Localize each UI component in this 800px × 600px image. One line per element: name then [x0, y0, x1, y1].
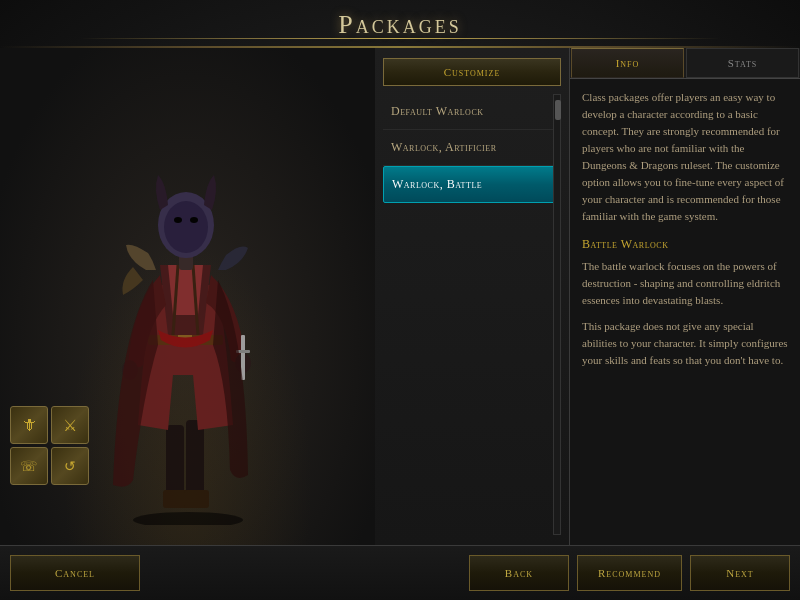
zoom-in-icon: ☏ [20, 458, 38, 475]
character-icon-bar: 🗡 ⚔ ☏ ↺ [10, 406, 100, 485]
page-title: Packages [338, 10, 461, 40]
svg-rect-4 [184, 490, 209, 508]
right-panel: Customize Default Warlock Warlock, Artif… [375, 48, 800, 545]
tab-stats[interactable]: Stats [686, 48, 799, 78]
portrait-area: 🗡 ⚔ ☏ ↺ [0, 48, 375, 545]
svg-point-17 [190, 217, 198, 223]
tab-bar: Info Stats [570, 48, 800, 79]
zoom-out-button[interactable]: ↺ [51, 447, 89, 485]
back-button[interactable]: Back [469, 555, 569, 591]
character-front-icon: 🗡 [21, 416, 37, 434]
svg-point-15 [164, 201, 208, 253]
title-bar: Packages [0, 0, 800, 50]
svg-point-16 [174, 217, 182, 223]
character-figure [78, 105, 298, 525]
cancel-button[interactable]: Cancel [10, 555, 140, 591]
info-intro-text: Class packages offer players an easy way… [582, 89, 788, 225]
list-scrollbar[interactable] [553, 94, 561, 535]
character-back-icon: ⚔ [63, 416, 77, 435]
bottom-bar: Cancel Back Recommend Next [0, 545, 800, 600]
next-button[interactable]: Next [690, 555, 790, 591]
zoom-in-button[interactable]: ☏ [10, 447, 48, 485]
customize-button[interactable]: Customize [383, 58, 561, 86]
selected-package-desc2: This package does not give any special a… [582, 318, 788, 369]
selected-package-desc1: The battle warlock focuses on the powers… [582, 258, 788, 309]
bottom-right-buttons: Back Recommend Next [469, 555, 790, 591]
zoom-out-icon: ↺ [64, 458, 76, 475]
package-item-artificier[interactable]: Warlock, Artificier [383, 130, 561, 166]
selected-package-title: Battle Warlock [582, 235, 788, 253]
recommend-button[interactable]: Recommend [577, 555, 682, 591]
package-item-default[interactable]: Default Warlock [383, 94, 561, 130]
svg-point-0 [133, 512, 243, 525]
character-back-button[interactable]: ⚔ [51, 406, 89, 444]
package-item-battle[interactable]: Warlock, Battle [383, 166, 561, 203]
character-front-button[interactable]: 🗡 [10, 406, 48, 444]
info-panel: Info Stats Class packages offer players … [570, 48, 800, 545]
package-list-area: Customize Default Warlock Warlock, Artif… [375, 48, 570, 545]
info-content-area: Class packages offer players an easy way… [570, 79, 800, 545]
scroll-thumb [555, 100, 561, 120]
tab-info[interactable]: Info [571, 48, 684, 78]
